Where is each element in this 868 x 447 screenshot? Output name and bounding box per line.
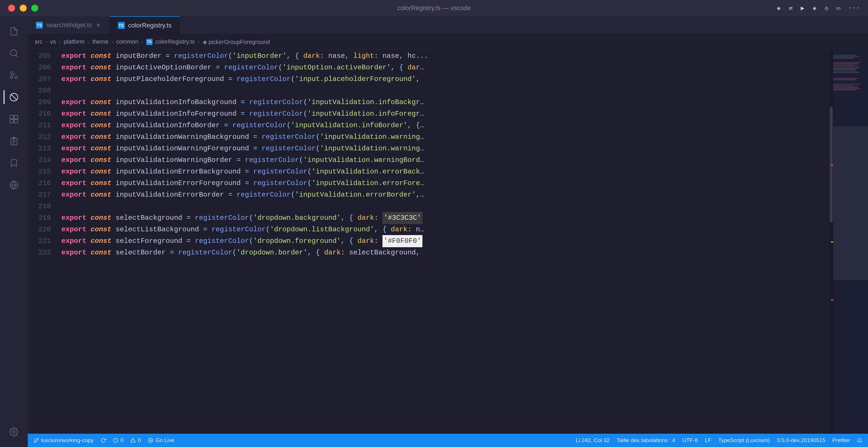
tab-searchwidget[interactable]: TS searchWidget.ts ✕ [28, 16, 110, 34]
svg-rect-32 [833, 84, 860, 84]
error-status-icon [113, 438, 118, 443]
publish-icon[interactable]: ◇ [825, 4, 828, 12]
svg-rect-7 [10, 115, 13, 119]
code-line-222: export const selectBorder = registerColo… [57, 247, 829, 259]
line-num: 210 [28, 108, 51, 120]
warning-indicator [831, 241, 833, 243]
maximize-button[interactable] [31, 5, 38, 11]
svg-rect-10 [10, 119, 13, 123]
minimap[interactable] [833, 49, 868, 434]
tab-ts-icon: TS [36, 22, 43, 29]
split-editor-icon[interactable]: ▭ [836, 4, 840, 12]
status-version[interactable]: 3.5.0-dev.20190515 [777, 437, 826, 444]
warning-status-icon [130, 438, 135, 443]
svg-rect-30 [833, 78, 858, 79]
tab-label-active: colorRegistry.ts [128, 22, 172, 29]
svg-rect-36 [833, 90, 857, 90]
code-line-207: export const inputPlaceholderForeground … [57, 73, 829, 85]
line-num: 219 [28, 212, 51, 224]
tab-size-label: Taille des tabulations : 4 [617, 437, 676, 444]
code-content[interactable]: export const inputBorder = registerColor… [57, 49, 829, 434]
status-encoding[interactable]: UTF-8 [682, 437, 698, 444]
breadcrumb-src[interactable]: src [35, 38, 42, 45]
title-bar: colorRegistry.ts — vscode ◈ ⇄ ▶ ◈ ◇ ▭ ··… [0, 0, 868, 16]
svg-rect-23 [833, 64, 859, 64]
error-count: 0 [120, 437, 124, 444]
svg-point-18 [13, 431, 15, 433]
status-warnings[interactable]: 0 [130, 437, 141, 444]
minimize-button[interactable] [20, 5, 27, 11]
line-num: 215 [28, 166, 51, 177]
svg-line-1 [16, 55, 18, 57]
code-line-214: export const inputValidationWarningBorde… [57, 154, 829, 166]
tab-close-button[interactable]: ✕ [96, 22, 101, 28]
more-actions-icon[interactable]: ··· [848, 5, 860, 12]
status-errors[interactable]: 0 [113, 437, 124, 444]
status-lineending[interactable]: LF [705, 437, 711, 444]
traffic-lights [8, 5, 38, 11]
svg-marker-46 [150, 440, 151, 441]
svg-point-45 [148, 438, 153, 443]
svg-point-2 [15, 76, 18, 79]
formatter-label: Prettier [832, 437, 850, 444]
code-line-212: export const inputValidationWarningBackg… [57, 131, 829, 143]
branch-icon [34, 438, 39, 443]
breadcrumb-common[interactable]: common [116, 38, 138, 45]
breadcrumb-vs[interactable]: vs [50, 38, 56, 45]
activity-source-control[interactable] [3, 65, 24, 85]
warning-count: 0 [138, 437, 141, 444]
svg-rect-28 [833, 71, 857, 71]
status-tabsize[interactable]: Taille des tabulations : 4 [617, 437, 676, 444]
error-indicator-2 [831, 299, 833, 300]
svg-rect-31 [833, 79, 856, 80]
activity-no-entry[interactable] [3, 87, 24, 108]
tab-colorregistry[interactable]: TS colorRegistry.ts [110, 16, 180, 34]
code-line-217: export const inputValidationErrorBorder … [57, 189, 829, 201]
svg-rect-29 [833, 72, 859, 73]
activity-files[interactable] [3, 21, 24, 42]
line-num: 211 [28, 120, 51, 131]
status-formatter[interactable]: Prettier [832, 437, 850, 444]
run-icon[interactable]: ▶ [801, 4, 804, 12]
source-control-title-icon[interactable]: ◈ [777, 4, 781, 12]
window-title: colorRegistry.ts — vscode [397, 4, 471, 12]
activity-search[interactable] [3, 43, 24, 64]
svg-point-4 [10, 76, 13, 79]
line-num: 205 [28, 50, 51, 62]
activity-remote[interactable] [3, 175, 24, 196]
svg-rect-25 [833, 67, 860, 67]
activity-bookmark[interactable] [3, 153, 24, 173]
code-editor[interactable]: 205 206 207 208 209 210 211 212 213 214 … [28, 49, 868, 434]
status-branch[interactable]: luxcium/working-copy [34, 437, 94, 444]
code-line-206: export const inputActiveOptionBorder = r… [57, 62, 829, 73]
sync-icon[interactable]: ⇄ [789, 4, 793, 12]
status-bell[interactable] [857, 438, 862, 443]
code-line-211: export const inputValidationInfoBorder =… [57, 120, 829, 131]
svg-rect-35 [833, 88, 861, 89]
breadcrumb-file[interactable]: colorRegistry.ts [155, 38, 195, 45]
tab-ts-icon-active: TS [118, 22, 125, 29]
version-label: 3.5.0-dev.20190515 [777, 437, 826, 444]
status-cursor[interactable]: Li 242, Col 32 [576, 437, 610, 444]
breadcrumb-theme[interactable]: theme [92, 38, 108, 45]
line-num: 209 [28, 97, 51, 108]
branch-name: luxcium/working-copy [41, 437, 94, 444]
close-button[interactable] [8, 5, 15, 11]
vertical-scrollbar[interactable] [829, 49, 833, 434]
breadcrumb-ts-icon: TS [146, 39, 153, 45]
lineending-label: LF [705, 437, 711, 444]
title-actions: ◈ ⇄ ▶ ◈ ◇ ▭ ··· [777, 4, 860, 12]
breadcrumb-platform[interactable]: platform [64, 38, 85, 45]
svg-rect-20 [833, 57, 859, 57]
breadcrumb: src › vs › platform › theme › common › T… [28, 35, 868, 49]
watch-icon[interactable]: ◈ [813, 4, 816, 12]
status-sync[interactable] [101, 438, 106, 443]
activity-clipboard[interactable] [3, 131, 24, 151]
activity-extensions[interactable] [3, 109, 24, 130]
status-golive[interactable]: Go Live [148, 437, 174, 444]
line-num: 214 [28, 154, 51, 166]
breadcrumb-symbol[interactable]: ◈ pickerGroupForeground [203, 38, 270, 45]
svg-rect-24 [833, 65, 855, 66]
status-language[interactable]: TypeScript (Luxcium) [718, 437, 770, 444]
activity-settings[interactable] [3, 421, 24, 442]
